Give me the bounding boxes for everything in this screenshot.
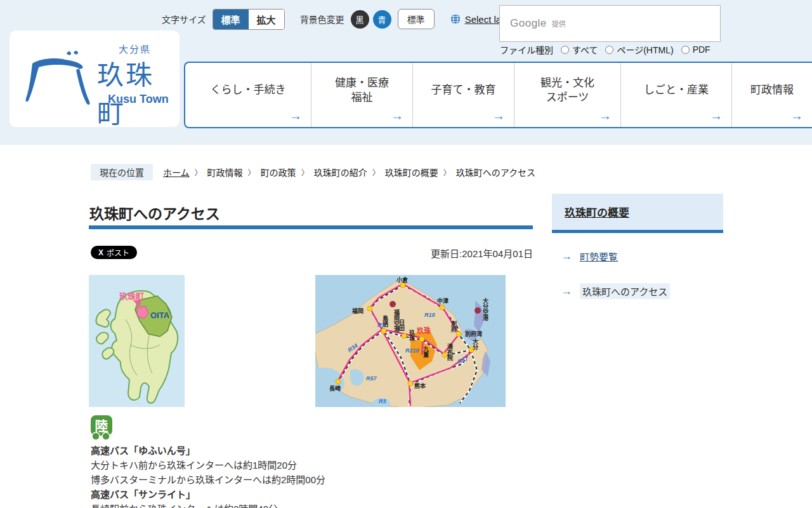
site-search-input[interactable]: Google 提供 xyxy=(499,5,721,42)
arrow-right-icon: → xyxy=(561,250,572,263)
breadcrumb-item[interactable]: 玖珠町の概要 xyxy=(385,166,438,178)
arrow-right-icon: → xyxy=(710,109,723,123)
arrow-right-icon: → xyxy=(561,284,572,298)
x-icon: X xyxy=(98,248,103,257)
radio-html[interactable] xyxy=(605,46,613,54)
map-label-r3-lower: R3 xyxy=(379,398,386,404)
radio-pdf[interactable] xyxy=(681,46,690,54)
map-label-nakatsu: 中津 xyxy=(437,297,449,304)
map-label-oita: OITA xyxy=(150,311,170,320)
google-logo: Google xyxy=(510,17,547,30)
bus-detail: 長崎駅前から玖珠インターへは約2時間40分 xyxy=(91,502,325,508)
bus-line-name: 高速バス「ゆふいん号」 xyxy=(91,443,325,458)
radio-pdf-label: PDF xyxy=(693,44,710,55)
land-transport-icon: 陸 xyxy=(89,415,114,441)
arrow-right-icon: → xyxy=(599,109,612,123)
nav-item-kurashi[interactable]: くらし・手続き → xyxy=(185,63,311,127)
map-label-r210: R210 xyxy=(405,347,419,354)
bus-detail: 大分トキハ前から玖珠インターへは約1時間20分 xyxy=(91,458,325,472)
x-post-button[interactable]: X ポスト xyxy=(91,246,137,259)
nav-item-kosodate[interactable]: 子育て・教育 → xyxy=(412,63,514,127)
kyushu-locator-map: 玖珠町 OITA xyxy=(89,275,185,407)
map-label-r10: R10 xyxy=(424,312,435,318)
breadcrumb-item[interactable]: 玖珠町の紹介 xyxy=(314,166,367,178)
map-label-kokura: 小倉 xyxy=(396,276,409,283)
utility-bar: 文字サイズ 標準 拡大 背景色変更 黒 青 標準 Select language xyxy=(162,9,533,29)
sidebar-title-link[interactable]: 玖珠町の概要 xyxy=(565,204,629,220)
breadcrumb-item[interactable]: 町の政策 xyxy=(261,166,296,178)
font-size-label: 文字サイズ xyxy=(162,13,206,25)
map-label-kusu-small: 玖珠 xyxy=(409,329,416,342)
site-header: 文字サイズ 標準 拡大 背景色変更 黒 青 標準 Select language xyxy=(0,0,812,145)
breadcrumb-home[interactable]: ホーム xyxy=(163,166,190,178)
font-size-toggle: 標準 拡大 xyxy=(213,9,285,30)
bus-access-text: 高速バス「ゆふいん号」 大分トキハ前から玖珠インターへは約1時間20分 博多バス… xyxy=(91,443,325,508)
logo-town-name: 玖珠町 xyxy=(97,53,180,131)
nav-item-kanko[interactable]: 観光・文化 スポーツ → xyxy=(514,63,620,127)
map-label-kumamoto: 熊本 xyxy=(414,382,426,389)
bg-blue-button[interactable]: 青 xyxy=(373,10,391,29)
radio-all[interactable] xyxy=(561,46,569,54)
updated-date: 更新日:2021年04月01日 xyxy=(343,246,533,260)
map-label-beppu: 別府 xyxy=(450,320,457,333)
file-type-filter: ファイル種別 すべて ページ(HTML) PDF xyxy=(500,43,710,56)
arrow-right-icon: → xyxy=(790,109,803,123)
route-map: 小倉 福岡 福岡空港 鳥栖 中津 大分空港 R10 別府 別府湾 R3 日田 玖… xyxy=(315,275,506,407)
map-label-r57-west: R57 xyxy=(366,375,377,382)
title-underline xyxy=(89,225,533,229)
mountain-logo-icon xyxy=(21,44,97,114)
logo-romaji: Kusu Town xyxy=(108,93,169,106)
page-title: 玖珠町へのアクセス xyxy=(89,202,220,224)
map-label-kusu-town: 玖珠町 xyxy=(119,291,144,301)
map-label-yufuin: 湯布院 xyxy=(447,343,454,361)
map-label-hita: 日田 xyxy=(398,319,405,331)
sidebar-header: 玖珠町の概要 xyxy=(552,194,723,233)
radio-all-label: すべて xyxy=(572,43,598,56)
section-sidebar: 玖珠町の概要 → 町勢要覧 → 玖珠町へのアクセス xyxy=(552,194,723,299)
arrow-right-icon: → xyxy=(289,109,302,123)
font-large-button[interactable]: 拡大 xyxy=(249,10,284,29)
map-label-oita-city: 大分 xyxy=(472,338,478,351)
file-type-label: ファイル種別 xyxy=(500,43,553,56)
sidebar-item-chosei-yoran[interactable]: → 町勢要覧 xyxy=(561,250,723,263)
land-icon-kanji: 陸 xyxy=(95,418,108,433)
map-label-kokonoe: 九重 xyxy=(422,345,429,358)
map-label-oita-airport: 大分空港 xyxy=(482,297,489,321)
map-label-beppu-bay: 別府湾 xyxy=(464,330,482,337)
bg-black-button[interactable]: 黒 xyxy=(351,10,369,29)
breadcrumb-item[interactable]: 町政情報 xyxy=(207,166,243,178)
bus-line-name: 高速バス「サンライト」 xyxy=(91,487,325,502)
globe-icon xyxy=(450,13,461,25)
map-label-fukuoka: 福岡 xyxy=(351,307,363,314)
map-label-nagasaki: 長崎 xyxy=(329,385,341,392)
site-logo[interactable]: 大分県 玖珠町 Kusu Town xyxy=(10,30,180,127)
bus-detail: 博多バスターミナルから玖珠インターへは約2時間00分 xyxy=(91,472,325,487)
map-label-kusu-big: 玖珠 xyxy=(417,326,431,335)
global-nav: くらし・手続き → 健康・医療 福祉 → 子育て・教育 → 観光・文化 スポーツ… xyxy=(184,62,812,128)
breadcrumb-label: 現在の位置 xyxy=(91,164,153,180)
radio-html-label: ページ(HTML) xyxy=(617,43,673,56)
bg-color-label: 背景色変更 xyxy=(300,13,344,25)
nav-item-chosei[interactable]: 町政情報 → xyxy=(731,63,812,127)
font-standard-button[interactable]: 標準 xyxy=(213,10,249,29)
nav-item-kenko[interactable]: 健康・医療 福祉 → xyxy=(311,63,412,127)
breadcrumb: 現在の位置 ホーム 〉 町政情報 〉 町の政策 〉 玖珠町の紹介 〉 玖珠町の概… xyxy=(91,164,535,180)
arrow-right-icon: → xyxy=(391,109,403,123)
map-label-r3-upper: R3 xyxy=(377,322,385,328)
bg-standard-button[interactable]: 標準 xyxy=(398,9,435,29)
google-provided-label: 提供 xyxy=(552,18,566,29)
nav-item-shigoto[interactable]: しごと・産業 → xyxy=(620,63,731,127)
arrow-right-icon: → xyxy=(492,109,505,123)
sidebar-item-access[interactable]: → 玖珠町へのアクセス xyxy=(561,283,723,299)
breadcrumb-current: 玖珠町へのアクセス xyxy=(456,166,535,178)
